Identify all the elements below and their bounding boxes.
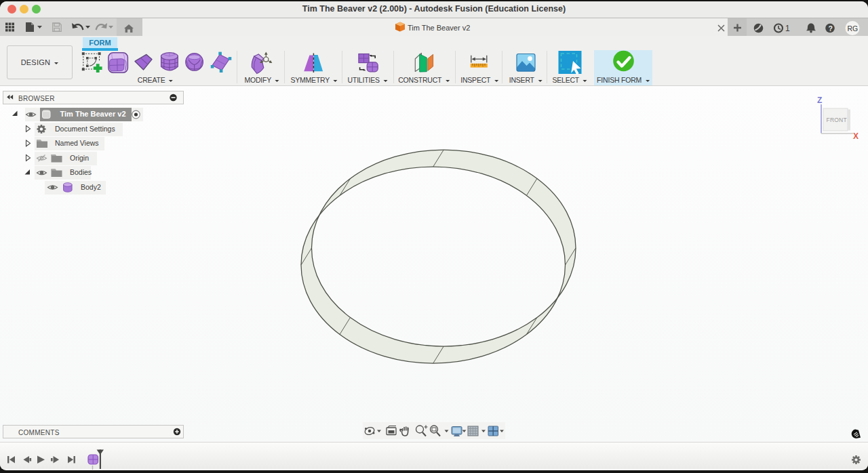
- svg-text:?: ?: [829, 24, 833, 33]
- svg-text:FRONT: FRONT: [827, 117, 847, 123]
- svg-text:Z: Z: [817, 96, 822, 105]
- svg-text:1: 1: [785, 24, 790, 33]
- svg-text:RG: RG: [848, 24, 859, 33]
- svg-text:X: X: [853, 131, 859, 141]
